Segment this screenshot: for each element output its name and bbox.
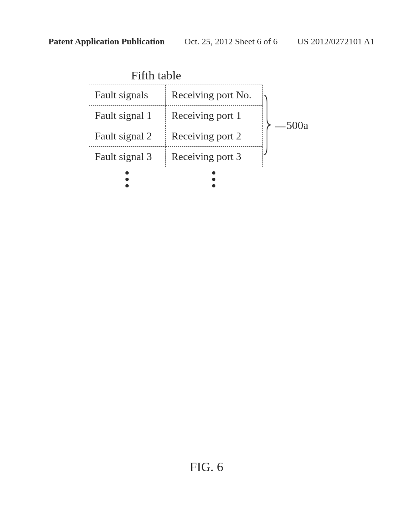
table-row: Fault signal 3 Receiving port 3 — [89, 147, 263, 167]
header-publication-number: US 2012/0272101 A1 — [297, 36, 375, 47]
dot-icon — [125, 184, 129, 187]
cell-fault-signal: Fault signal 3 — [89, 147, 166, 167]
table-header-row: Fault signals Receiving port No. — [89, 85, 263, 106]
cell-receiving-port: Receiving port 2 — [166, 126, 263, 147]
cell-fault-signal: Fault signal 2 — [89, 126, 166, 147]
table-row: Fault signal 1 Receiving port 1 — [89, 106, 263, 126]
dot-icon — [212, 171, 215, 175]
dot-icon — [212, 178, 215, 181]
reference-label: 500a — [286, 119, 308, 132]
column-header-fault-signals: Fault signals — [89, 85, 166, 106]
continuation-dots-column — [89, 171, 165, 187]
leader-line-icon — [266, 125, 286, 126]
dot-icon — [125, 171, 129, 175]
table-title: Fifth table — [131, 69, 181, 82]
fault-signal-table: Fault signals Receiving port No. Fault s… — [89, 85, 263, 167]
continuation-dots-column — [165, 171, 262, 187]
column-header-receiving-port: Receiving port No. — [166, 85, 263, 106]
page-header: Patent Application Publication Oct. 25, … — [0, 36, 413, 47]
table-row: Fault signal 2 Receiving port 2 — [89, 126, 263, 147]
header-publication-type: Patent Application Publication — [48, 36, 165, 47]
dot-icon — [212, 184, 215, 187]
header-date-sheet: Oct. 25, 2012 Sheet 6 of 6 — [184, 36, 277, 47]
continuation-dots — [89, 171, 262, 187]
cell-receiving-port: Receiving port 3 — [166, 147, 263, 167]
dot-icon — [125, 178, 129, 181]
figure-caption: FIG. 6 — [0, 459, 413, 474]
cell-fault-signal: Fault signal 1 — [89, 106, 166, 126]
cell-receiving-port: Receiving port 1 — [166, 106, 263, 126]
